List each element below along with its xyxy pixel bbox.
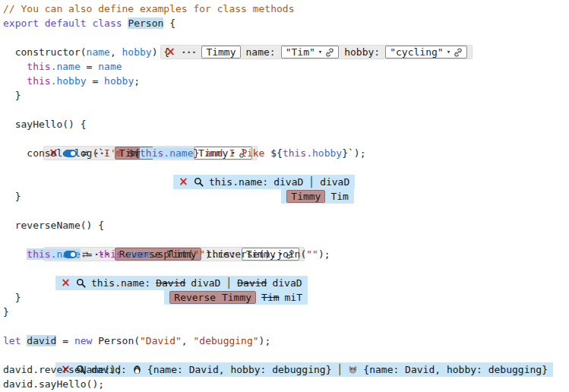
code-token: name [87, 46, 110, 58]
code-token: "debugging" [194, 335, 259, 346]
close-icon[interactable]: × [179, 176, 188, 188]
code-token: I'm [104, 147, 128, 159]
code-line-blank [3, 204, 569, 218]
probe-value: divaD [272, 276, 302, 290]
name-value-dropdown[interactable]: "Tim" ▾ [281, 46, 340, 58]
code-token: = [81, 61, 98, 72]
code-token: let [3, 335, 27, 346]
code-token: this [283, 147, 306, 159]
code-token: "" [194, 248, 206, 260]
code-token: david [27, 335, 56, 346]
code-line: this.name = name [3, 59, 569, 74]
value-probe: × this.name: David divaD │ David divaD [55, 276, 307, 290]
example-tag[interactable]: Reverse Timmy [169, 291, 256, 304]
code-line: × this.name: divaD │ divaD [3, 160, 569, 175]
toggle-icon[interactable] [64, 150, 77, 157]
code-token: "" [306, 248, 318, 260]
name-param-label: name: [246, 45, 276, 59]
separator: │ [308, 175, 315, 189]
code-token: // You can also define examples for clas… [3, 3, 295, 14]
code-token: ); [259, 335, 271, 346]
more-options-icon[interactable]: ··· [181, 45, 196, 59]
code-line: × ⇄ ··· Reverse Timmy this: Timmy ▾ [3, 232, 569, 247]
code-token: .hobby [51, 75, 87, 87]
code-token: ); [318, 248, 330, 260]
code-token: = [87, 75, 104, 87]
probe-value: divaD [273, 175, 303, 189]
code-token: name [98, 61, 122, 72]
code-token: export default class [3, 17, 128, 29]
code-line: × david: {name: David, hobby: debugging}… [3, 348, 569, 362]
code-line: × ··· Timmy name: "Tim" ▾ hobby: "cyclin… [3, 30, 569, 45]
code-token: , [110, 46, 122, 58]
code-token: = [81, 248, 98, 260]
separator: │ [226, 276, 232, 290]
code-token: .name [122, 248, 152, 260]
code-token: and I like [199, 147, 270, 159]
code-line: } [3, 305, 569, 319]
value-probe: × david: {name: David, hobby: debugging}… [55, 362, 553, 377]
class-example-widget: × ··· Timmy name: "Tim" ▾ hobby: "cyclin… [160, 45, 473, 59]
code-token: = [56, 335, 74, 346]
value-probe: × this.name: divaD │ divaD [173, 175, 355, 189]
code-line: let david = new Person("David", "debuggi… [3, 334, 569, 348]
code-line: david.sayHello(); [3, 377, 569, 391]
probe-value: divaD [191, 276, 220, 290]
code-token: david.reverseName(); [3, 364, 122, 375]
code-token: .name [51, 61, 81, 72]
code-line: this.name = this.name.split("").reverse(… [3, 247, 569, 261]
code-token: .name [163, 147, 193, 159]
code-token: } [3, 306, 9, 318]
code-line: × this.name: David divaD │ David divaD [3, 261, 569, 276]
magnifier-icon[interactable] [194, 177, 204, 187]
chevron-down-icon: ▾ [318, 45, 322, 59]
code-token: sayHello() { [3, 119, 87, 130]
code-line: this.hobby = hobby; [3, 74, 569, 88]
code-token: } [3, 191, 21, 202]
probe-old-value: Tim [261, 290, 279, 305]
code-token: .hobby [306, 147, 342, 159]
link-icon[interactable] [454, 48, 463, 57]
code-token: ) { [152, 46, 169, 58]
example-instance-input[interactable]: Timmy [201, 46, 240, 58]
code-token: this [140, 147, 163, 159]
code-token: this [27, 75, 50, 87]
code-token: ${ [270, 147, 283, 159]
code-line: // You can also define examples for clas… [3, 2, 569, 16]
code-token: this [27, 248, 50, 260]
dropdown-value: "Tim" [286, 45, 315, 59]
toggle-icon[interactable] [64, 251, 77, 258]
example-tag[interactable]: Timmy [286, 190, 325, 203]
chevron-down-icon: ▾ [447, 45, 450, 59]
wolf-icon [348, 365, 358, 375]
code-token: hobby [104, 75, 134, 87]
link-icon[interactable] [325, 48, 334, 57]
value-probe: Reverse Timmy Tim miT [164, 290, 308, 305]
probe-label: this.name: [209, 175, 268, 189]
code-line-blank [3, 103, 569, 117]
code-token: new [74, 335, 92, 346]
code-token: this [27, 61, 50, 72]
probe-value: divaD [320, 175, 349, 189]
code-line-blank [3, 319, 569, 334]
code-token: reverseName() { [3, 220, 104, 231]
code-token: david.sayHello(); [3, 378, 104, 390]
hobby-value-dropdown[interactable]: "cycling" ▾ [385, 46, 467, 58]
separator: │ [337, 362, 343, 377]
code-line: sayHello() { [3, 117, 569, 131]
close-icon[interactable]: × [61, 277, 71, 289]
value-probe: Timmy Tim [281, 189, 354, 204]
code-token: .split( [152, 248, 194, 260]
code-token: "David" [140, 335, 182, 346]
penguin-icon [132, 365, 142, 375]
probe-value: miT [285, 290, 302, 305]
code-token [3, 61, 27, 72]
toggle-knob [71, 151, 75, 156]
probe-value: {name: David, hobby: debugging} [147, 362, 332, 377]
probe-label: this.name: [91, 276, 150, 290]
code-token [3, 248, 27, 260]
toggle-knob [71, 252, 75, 257]
code-line: × ⇄ ··· Timmy this: Timmy ▾ [3, 131, 569, 146]
magnifier-icon[interactable] [76, 278, 86, 288]
code-editor: // You can also define examples for clas… [0, 0, 569, 391]
